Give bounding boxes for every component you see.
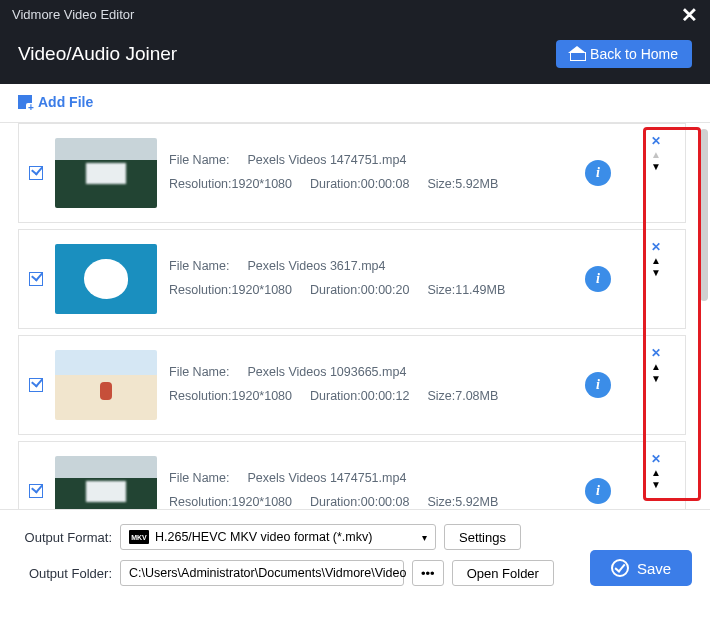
file-thumbnail xyxy=(55,350,157,420)
item-controls: ✕▲▼ xyxy=(651,452,661,490)
duration: Duration:00:00:20 xyxy=(310,279,409,303)
size: Size:5.92MB xyxy=(427,491,498,509)
file-thumbnail xyxy=(55,138,157,208)
remove-icon[interactable]: ✕ xyxy=(651,452,661,466)
move-down-icon[interactable]: ▼ xyxy=(651,374,661,384)
check-icon xyxy=(611,559,629,577)
file-meta: File Name:Pexels Videos 1474751.mp4Resol… xyxy=(169,149,573,197)
output-folder-row: Output Folder: C:\Users\Administrator\Do… xyxy=(18,560,572,586)
output-format-select[interactable]: MKV H.265/HEVC MKV video format (*.mkv) … xyxy=(120,524,436,550)
open-folder-button[interactable]: Open Folder xyxy=(452,560,554,586)
browse-folder-button[interactable]: ••• xyxy=(412,560,444,586)
output-folder-label: Output Folder: xyxy=(18,566,112,581)
output-format-value: H.265/HEVC MKV video format (*.mkv) xyxy=(155,530,372,544)
size: Size:5.92MB xyxy=(427,173,498,197)
duration: Duration:00:00:08 xyxy=(310,173,409,197)
file-thumbnail xyxy=(55,244,157,314)
filename-value: Pexels Videos 3617.mp4 xyxy=(247,255,385,279)
filename-value: Pexels Videos 1474751.mp4 xyxy=(247,467,406,491)
footer: Output Format: MKV H.265/HEVC MKV video … xyxy=(0,509,710,608)
output-format-label: Output Format: xyxy=(18,530,112,545)
toolbar: Add File xyxy=(0,84,710,123)
resolution: Resolution:1920*1080 xyxy=(169,173,292,197)
add-file-button[interactable]: Add File xyxy=(18,94,692,110)
item-controls: ✕▲▼ xyxy=(651,240,661,278)
remove-icon[interactable]: ✕ xyxy=(651,346,661,360)
move-up-icon: ▲ xyxy=(651,150,661,160)
move-up-icon[interactable]: ▲ xyxy=(651,362,661,372)
file-meta: File Name:Pexels Videos 1474751.mp4Resol… xyxy=(169,467,573,509)
duration: Duration:00:00:08 xyxy=(310,491,409,509)
save-label: Save xyxy=(637,560,671,577)
file-thumbnail xyxy=(55,456,157,509)
file-item[interactable]: File Name:Pexels Videos 1474751.mp4Resol… xyxy=(18,441,686,509)
header-bar: Video/Audio Joiner Back to Home xyxy=(0,30,710,84)
titlebar: Vidmore Video Editor ✕ xyxy=(0,0,710,30)
duration: Duration:00:00:12 xyxy=(310,385,409,409)
back-to-home-label: Back to Home xyxy=(590,46,678,62)
resolution: Resolution:1920*1080 xyxy=(169,279,292,303)
footer-left: Output Format: MKV H.265/HEVC MKV video … xyxy=(18,524,572,586)
file-checkbox[interactable] xyxy=(29,378,43,392)
filename-label: File Name: xyxy=(169,149,229,173)
file-list: File Name:Pexels Videos 1474751.mp4Resol… xyxy=(0,123,710,509)
add-file-label: Add File xyxy=(38,94,93,110)
file-item[interactable]: File Name:Pexels Videos 3617.mp4Resoluti… xyxy=(18,229,686,329)
filename-label: File Name: xyxy=(169,361,229,385)
move-down-icon[interactable]: ▼ xyxy=(651,480,661,490)
move-down-icon[interactable]: ▼ xyxy=(651,162,661,172)
move-down-icon[interactable]: ▼ xyxy=(651,268,661,278)
filename-value: Pexels Videos 1093665.mp4 xyxy=(247,361,406,385)
scrollbar[interactable] xyxy=(700,129,708,301)
file-item[interactable]: File Name:Pexels Videos 1093665.mp4Resol… xyxy=(18,335,686,435)
file-checkbox[interactable] xyxy=(29,272,43,286)
file-meta: File Name:Pexels Videos 1093665.mp4Resol… xyxy=(169,361,573,409)
add-file-icon xyxy=(18,95,32,109)
output-folder-value: C:\Users\Administrator\Documents\Vidmore… xyxy=(129,566,406,580)
file-item[interactable]: File Name:Pexels Videos 1474751.mp4Resol… xyxy=(18,123,686,223)
info-button[interactable]: i xyxy=(585,266,611,292)
info-button[interactable]: i xyxy=(585,478,611,504)
item-controls: ✕▲▼ xyxy=(651,134,661,172)
output-folder-input[interactable]: C:\Users\Administrator\Documents\Vidmore… xyxy=(120,560,404,586)
filename-value: Pexels Videos 1474751.mp4 xyxy=(247,149,406,173)
output-format-row: Output Format: MKV H.265/HEVC MKV video … xyxy=(18,524,572,550)
file-checkbox[interactable] xyxy=(29,166,43,180)
settings-button[interactable]: Settings xyxy=(444,524,521,550)
format-icon: MKV xyxy=(129,530,149,544)
app-window: Vidmore Video Editor ✕ Video/Audio Joine… xyxy=(0,0,710,633)
file-checkbox[interactable] xyxy=(29,484,43,498)
file-list-scroll[interactable]: File Name:Pexels Videos 1474751.mp4Resol… xyxy=(18,123,690,509)
size: Size:7.08MB xyxy=(427,385,498,409)
app-title: Vidmore Video Editor xyxy=(12,0,134,30)
back-to-home-button[interactable]: Back to Home xyxy=(556,40,692,68)
close-icon[interactable]: ✕ xyxy=(681,0,698,30)
page-title: Video/Audio Joiner xyxy=(18,43,177,65)
remove-icon[interactable]: ✕ xyxy=(651,240,661,254)
move-up-icon[interactable]: ▲ xyxy=(651,468,661,478)
info-button[interactable]: i xyxy=(585,372,611,398)
save-button[interactable]: Save xyxy=(590,550,692,586)
item-controls: ✕▲▼ xyxy=(651,346,661,384)
file-meta: File Name:Pexels Videos 3617.mp4Resoluti… xyxy=(169,255,573,303)
resolution: Resolution:1920*1080 xyxy=(169,385,292,409)
filename-label: File Name: xyxy=(169,255,229,279)
chevron-down-icon: ▾ xyxy=(422,532,427,543)
info-button[interactable]: i xyxy=(585,160,611,186)
move-up-icon[interactable]: ▲ xyxy=(651,256,661,266)
size: Size:11.49MB xyxy=(427,279,505,303)
home-icon xyxy=(570,48,584,60)
filename-label: File Name: xyxy=(169,467,229,491)
resolution: Resolution:1920*1080 xyxy=(169,491,292,509)
remove-icon[interactable]: ✕ xyxy=(651,134,661,148)
